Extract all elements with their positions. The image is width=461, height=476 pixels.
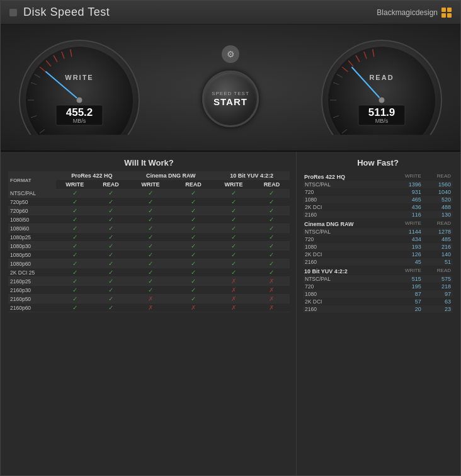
check-cell: ✓ xyxy=(94,224,128,233)
check-cell: ✗ xyxy=(254,286,290,295)
check-cell: ✓ xyxy=(173,259,214,268)
write-value: 87 xyxy=(390,290,423,298)
start-button-top-label: SPEED TEST xyxy=(212,91,249,96)
check-yes-icon: ✓ xyxy=(72,207,77,214)
table-row: 2160p50✓✓✗✓✗✗ xyxy=(8,295,290,303)
check-cell: ✓ xyxy=(173,207,214,215)
check-yes-icon: ✓ xyxy=(148,278,153,285)
read-value: 51 xyxy=(423,258,453,266)
settings-button[interactable]: ⚙ xyxy=(222,45,239,63)
check-yes-icon: ✓ xyxy=(108,234,113,241)
section-header-row: 10 Bit YUV 4:2:2 WRITE READ xyxy=(303,266,453,275)
check-yes-icon: ✓ xyxy=(231,207,236,214)
check-yes-icon: ✓ xyxy=(72,216,77,223)
check-cell: ✓ xyxy=(128,286,173,295)
start-button[interactable]: SPEED TEST START xyxy=(202,71,259,127)
how-fast-row: 2K DCI 57 63 xyxy=(303,298,453,305)
write-col-header: WRITE xyxy=(390,266,423,275)
app-window: Disk Speed Test Blackmagicdesign xyxy=(0,0,461,476)
read-value: 485 xyxy=(423,235,453,243)
write-value: 1396 xyxy=(390,181,423,188)
section-name: ProRes 422 HQ xyxy=(303,171,390,181)
check-cell: ✗ xyxy=(254,303,290,312)
start-button-main-label: START xyxy=(213,96,248,107)
table-row: 1080p30✓✓✓✓✓✓ xyxy=(8,242,290,251)
check-cell: ✓ xyxy=(128,259,173,268)
row-label: 2160 xyxy=(303,211,390,218)
check-cell: ✓ xyxy=(254,198,290,207)
check-yes-icon: ✓ xyxy=(269,198,274,205)
write-col-header: WRITE xyxy=(390,218,423,228)
how-fast-row: 720 931 1040 xyxy=(303,188,453,196)
check-no-icon: ✗ xyxy=(231,304,236,311)
check-cell: ✗ xyxy=(173,303,214,312)
row-label: 1080 xyxy=(303,243,390,251)
check-yes-icon: ✓ xyxy=(269,207,274,214)
write-value: 193 xyxy=(390,243,423,251)
close-button[interactable] xyxy=(9,9,17,16)
will-it-work-title: Will It Work? xyxy=(8,158,290,167)
read-value: 97 xyxy=(423,290,453,298)
check-cell: ✗ xyxy=(213,286,253,295)
write-value: 45 xyxy=(390,258,423,266)
gauges-section: WRITE 455.2 MB/s ⚙ SPEED TEST START xyxy=(1,25,460,150)
check-cell: ✓ xyxy=(128,242,173,251)
row-label: NTSC/PAL xyxy=(303,275,390,283)
check-yes-icon: ✓ xyxy=(72,198,77,205)
pres-write-header: WRITE xyxy=(56,180,94,189)
check-yes-icon: ✓ xyxy=(269,234,274,241)
svg-point-32 xyxy=(378,97,385,103)
check-yes-icon: ✓ xyxy=(72,190,77,196)
check-no-icon: ✗ xyxy=(269,286,274,293)
format-cell: NTSC/PAL xyxy=(8,189,56,198)
read-value: 575 xyxy=(423,275,453,283)
check-yes-icon: ✓ xyxy=(269,269,274,276)
check-no-icon: ✗ xyxy=(231,286,236,293)
format-cell: 2160p25 xyxy=(8,277,56,286)
yuv-read-header: READ xyxy=(254,180,290,189)
row-label: 1080 xyxy=(303,290,390,298)
check-cell: ✓ xyxy=(213,189,253,198)
check-cell: ✓ xyxy=(56,233,94,242)
right-panel: How Fast? ProRes 422 HQ WRITE READ NTSC/… xyxy=(297,152,460,475)
row-label: 2K DCI xyxy=(303,203,390,211)
check-yes-icon: ✓ xyxy=(108,304,113,311)
table-row: 720p50✓✓✓✓✓✓ xyxy=(8,198,290,207)
brand-dot-4 xyxy=(447,13,452,18)
check-cell: ✓ xyxy=(213,207,253,215)
check-yes-icon: ✓ xyxy=(72,234,77,241)
check-yes-icon: ✓ xyxy=(108,225,113,232)
how-fast-row: 2160 116 130 xyxy=(303,211,453,218)
read-value: 63 xyxy=(423,298,453,305)
check-cell: ✓ xyxy=(213,224,253,233)
check-yes-icon: ✓ xyxy=(148,269,153,276)
check-yes-icon: ✓ xyxy=(148,260,153,267)
read-col-header: READ xyxy=(423,266,453,275)
check-yes-icon: ✓ xyxy=(108,286,113,293)
brand-logo: Blackmagicdesign xyxy=(377,8,452,18)
check-no-icon: ✗ xyxy=(269,304,274,311)
table-row: 1080p60✓✓✓✓✓✓ xyxy=(8,259,290,268)
format-cell: 1080i60 xyxy=(8,224,56,233)
row-label: 720 xyxy=(303,235,390,243)
brand-name: Blackmagicdesign xyxy=(377,8,438,17)
read-value: 1278 xyxy=(423,228,453,235)
check-cell: ✓ xyxy=(94,233,128,242)
check-no-icon: ✗ xyxy=(231,295,236,302)
check-cell: ✗ xyxy=(213,303,253,312)
check-yes-icon: ✓ xyxy=(108,278,113,285)
format-col-header: FORMAT xyxy=(8,171,56,189)
write-value: 465 xyxy=(390,196,423,203)
read-value: 520 xyxy=(423,196,453,203)
how-fast-table: ProRes 422 HQ WRITE READ NTSC/PAL 1396 1… xyxy=(303,171,453,313)
title-bar-left: Disk Speed Test xyxy=(9,6,110,19)
format-cell: 2160p30 xyxy=(8,286,56,295)
check-yes-icon: ✓ xyxy=(148,207,153,214)
check-yes-icon: ✓ xyxy=(72,225,77,232)
table-row: 1080p25✓✓✓✓✓✓ xyxy=(8,233,290,242)
row-label: 2K DCI xyxy=(303,251,390,258)
check-yes-icon: ✓ xyxy=(269,242,274,249)
table-row: 1080i50✓✓✓✓✓✓ xyxy=(8,215,290,224)
table-row: 2160p25✓✓✓✓✗✗ xyxy=(8,277,290,286)
write-value: 20 xyxy=(390,305,423,313)
